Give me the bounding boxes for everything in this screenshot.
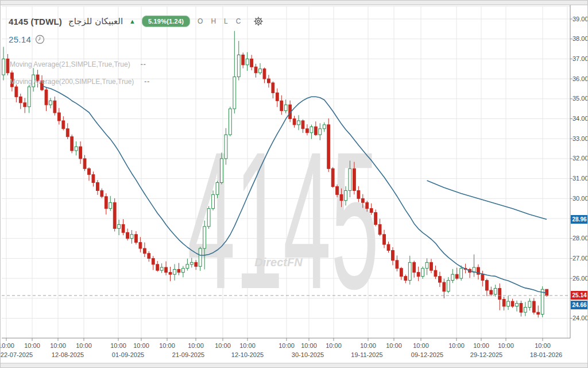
candle xyxy=(143,248,146,254)
x-axis-time-label: 10:00 xyxy=(535,342,551,349)
legend-item-ma21[interactable]: Moving Average(21,SIMPLE,True,True) -- xyxy=(10,60,146,68)
candle xyxy=(173,269,176,274)
candle xyxy=(451,274,454,280)
candle xyxy=(366,202,369,208)
candle xyxy=(498,288,501,299)
y-axis-label: 34.00 xyxy=(572,115,588,122)
candle xyxy=(349,168,351,190)
y-axis-label: 37.00 xyxy=(572,55,588,62)
candle xyxy=(417,273,420,277)
settings-button[interactable] xyxy=(253,16,264,27)
chart-canvas[interactable]: 4145 DirectFN xyxy=(1,1,588,368)
candle xyxy=(263,69,266,79)
candle xyxy=(340,194,343,200)
gear-icon xyxy=(253,16,264,27)
candle xyxy=(541,289,544,314)
x-axis-date-label: 01-09-2025 xyxy=(112,351,144,358)
candle xyxy=(434,270,437,276)
x-axis-time-label: 10:00 xyxy=(0,342,14,349)
candle xyxy=(130,235,133,239)
candle xyxy=(314,126,317,135)
x-axis-date-label: 09-12-2025 xyxy=(411,351,443,358)
legend-drag-handle[interactable]: -- xyxy=(141,60,146,68)
y-axis-label: 39.00 xyxy=(572,16,588,22)
x-axis-time-label: 10:00 xyxy=(498,342,514,349)
candle xyxy=(113,202,116,228)
candle xyxy=(254,67,257,72)
candle xyxy=(280,101,283,110)
candle xyxy=(182,269,185,273)
candle xyxy=(45,90,48,105)
clock-icon xyxy=(35,34,45,44)
x-axis-time-label: 10:00 xyxy=(239,342,256,349)
candle xyxy=(88,168,91,174)
x-axis-date-label: 22-07-2025 xyxy=(1,351,33,358)
candle xyxy=(331,168,334,186)
candle xyxy=(66,129,69,137)
candle xyxy=(361,198,364,202)
candle xyxy=(92,175,95,183)
x-axis-time-label: 10:00 xyxy=(278,342,295,349)
candle xyxy=(378,224,381,234)
candle xyxy=(118,224,121,228)
price-badge: 24.66 xyxy=(571,301,588,309)
candle xyxy=(28,87,30,107)
candle xyxy=(2,59,5,75)
candle xyxy=(293,119,296,125)
legend-drag-handle[interactable]: -- xyxy=(144,78,150,86)
ohlc-letter-c: C xyxy=(236,17,241,25)
candle xyxy=(71,137,74,151)
candle xyxy=(139,243,142,248)
ohlc-letter-o: O xyxy=(198,17,203,25)
x-axis-time-label: 10:00 xyxy=(133,342,149,349)
x-axis-time-label: 10:00 xyxy=(301,342,317,349)
candle xyxy=(49,101,52,105)
candle xyxy=(83,159,86,168)
x-axis-time-label: 10:00 xyxy=(326,342,342,349)
ma200-line[interactable] xyxy=(427,181,547,219)
y-axis-label: 36.00 xyxy=(572,75,588,82)
window-bottom-strip xyxy=(1,363,587,368)
candle xyxy=(537,312,540,314)
y-axis-label: 32.00 xyxy=(572,155,588,162)
candle xyxy=(276,93,278,101)
x-axis-date-label: 19-11-2025 xyxy=(351,351,382,358)
x-axis-time-label: 10:00 xyxy=(473,342,489,349)
candle xyxy=(152,258,154,264)
candle xyxy=(392,251,394,260)
candle xyxy=(246,59,249,64)
candle xyxy=(225,135,227,159)
watermark-brand: DirectFN xyxy=(254,256,303,269)
candle xyxy=(387,244,390,250)
candle xyxy=(109,202,112,208)
candle xyxy=(306,129,309,133)
candle xyxy=(237,55,240,76)
x-axis-time-label: 10:00 xyxy=(188,342,204,349)
y-axis-label: 24.00 xyxy=(572,315,588,321)
candle xyxy=(19,97,22,102)
y-axis-label: 30.00 xyxy=(572,195,588,202)
candle xyxy=(199,248,202,266)
x-axis-time-label: 10:00 xyxy=(159,342,175,349)
candle xyxy=(430,262,433,270)
candle xyxy=(383,235,386,244)
y-axis-label: 26.00 xyxy=(572,275,588,282)
candle xyxy=(400,269,403,277)
symbol-title: 4145 (TDWL) xyxy=(9,17,62,26)
candle xyxy=(485,281,488,290)
candle xyxy=(122,224,125,232)
x-axis-time-label: 10:00 xyxy=(448,342,465,349)
candle xyxy=(100,190,103,196)
candle xyxy=(310,126,313,132)
candle xyxy=(135,235,138,243)
candle xyxy=(96,183,99,191)
candle xyxy=(57,113,60,121)
candle xyxy=(528,301,531,307)
watermark-symbol: 4145 xyxy=(187,111,379,329)
x-axis-date-label: 30-10-2025 xyxy=(292,351,324,358)
legend-item-ma200[interactable]: Moving Average(200,SIMPLE,True,True) -- xyxy=(10,78,150,86)
x-axis-time-label: 10:00 xyxy=(24,342,40,349)
candle xyxy=(148,254,150,259)
ohlc-letter-h: H xyxy=(211,17,216,25)
legend-label: Moving Average(200,SIMPLE,True,True) xyxy=(10,78,134,86)
